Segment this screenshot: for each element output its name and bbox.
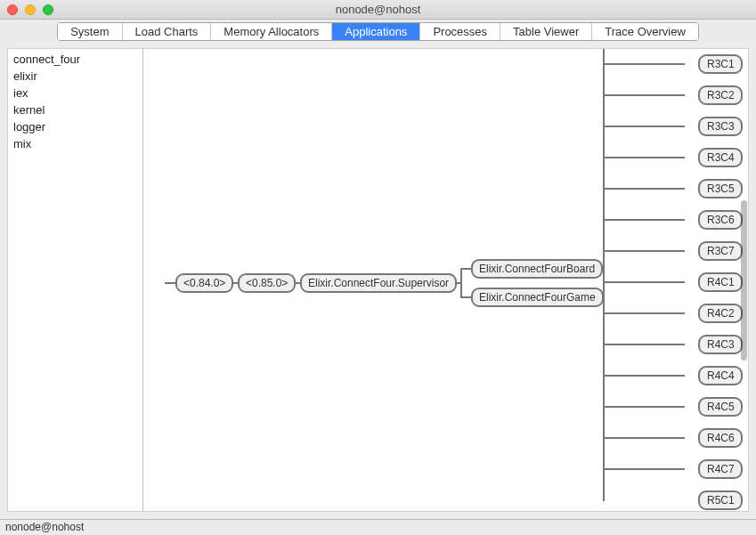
process-node[interactable]: R3C5	[698, 179, 743, 199]
scrollbar-thumb[interactable]	[741, 200, 747, 361]
process-node[interactable]: R3C4	[698, 148, 743, 167]
connector	[603, 219, 685, 221]
tab-processes[interactable]: Processes	[420, 23, 500, 40]
process-node[interactable]: R3C7	[698, 241, 743, 261]
process-tree-canvas[interactable]: <0.84.0> <0.85.0> Elixir.ConnectFour.Sup…	[143, 49, 748, 511]
tab-memory-allocators[interactable]: Memory Allocators	[211, 23, 332, 40]
tab-applications[interactable]: Applications	[332, 23, 420, 40]
connector	[603, 157, 685, 158]
connector	[603, 63, 685, 65]
tab-load-charts[interactable]: Load Charts	[123, 23, 212, 40]
zoom-icon[interactable]	[43, 4, 53, 15]
tab-system[interactable]: System	[58, 23, 122, 40]
connector	[460, 268, 462, 298]
process-node[interactable]: R4C7	[698, 459, 743, 479]
window-title: nonode@nohost	[0, 3, 756, 16]
tab-trace-overview[interactable]: Trace Overview	[592, 23, 698, 40]
connector	[603, 94, 685, 96]
status-text: nonode@nohost	[5, 521, 84, 533]
process-node[interactable]: Elixir.ConnectFourGame	[471, 288, 604, 307]
connector	[165, 282, 175, 284]
statusbar: nonode@nohost	[0, 519, 756, 535]
sidebar-item-mix[interactable]: mix	[8, 135, 142, 152]
process-node[interactable]: R3C6	[698, 210, 743, 230]
connector	[603, 126, 685, 127]
app-list-sidebar: connect_fourelixiriexkernelloggermix	[8, 49, 143, 511]
connector	[603, 281, 685, 283]
connector	[603, 49, 605, 501]
connector	[603, 344, 685, 345]
titlebar: nonode@nohost	[0, 0, 756, 20]
sidebar-item-connect_four[interactable]: connect_four	[8, 51, 142, 68]
connector	[603, 250, 685, 252]
connector	[460, 268, 471, 270]
connector	[603, 188, 685, 190]
window-controls	[7, 4, 53, 15]
process-node[interactable]: R4C4	[698, 366, 743, 385]
process-node[interactable]: R5C1	[698, 490, 743, 510]
process-node[interactable]: Elixir.ConnectFourBoard	[471, 259, 603, 279]
process-node[interactable]: R4C3	[698, 335, 743, 354]
process-node[interactable]: R4C6	[698, 428, 743, 448]
app-window: nonode@nohost SystemLoad ChartsMemory Al…	[0, 0, 756, 535]
process-node[interactable]: R4C2	[698, 304, 743, 323]
connector	[603, 312, 685, 314]
minimize-icon[interactable]	[25, 4, 36, 15]
process-node[interactable]: R3C1	[698, 54, 743, 74]
sidebar-item-kernel[interactable]: kernel	[8, 101, 142, 118]
process-node[interactable]: <0.84.0>	[175, 273, 233, 293]
content-area: connect_fourelixiriexkernelloggermix	[7, 48, 749, 512]
connector	[603, 375, 685, 377]
close-icon[interactable]	[7, 4, 18, 15]
process-node[interactable]: R4C5	[698, 397, 743, 417]
process-node[interactable]: Elixir.ConnectFour.Supervisor	[300, 273, 457, 293]
sidebar-item-logger[interactable]: logger	[8, 118, 142, 135]
connector	[460, 296, 471, 298]
tabbar: SystemLoad ChartsMemory AllocatorsApplic…	[0, 20, 756, 41]
process-node[interactable]: R3C3	[698, 117, 743, 136]
tabs: SystemLoad ChartsMemory AllocatorsApplic…	[57, 22, 699, 41]
tab-table-viewer[interactable]: Table Viewer	[500, 23, 592, 40]
process-node[interactable]: R3C2	[698, 85, 743, 105]
connector	[603, 437, 685, 439]
process-node[interactable]: <0.85.0>	[238, 273, 296, 293]
connector	[603, 468, 685, 470]
connector	[603, 406, 685, 408]
rc-node-column: R3C1R3C2R3C3R3C4R3C5R3C6R3C7R4C1R4C2R4C3…	[698, 49, 743, 510]
process-node[interactable]: R4C1	[698, 272, 743, 292]
sidebar-item-iex[interactable]: iex	[8, 85, 142, 101]
sidebar-item-elixir[interactable]: elixir	[8, 68, 142, 85]
